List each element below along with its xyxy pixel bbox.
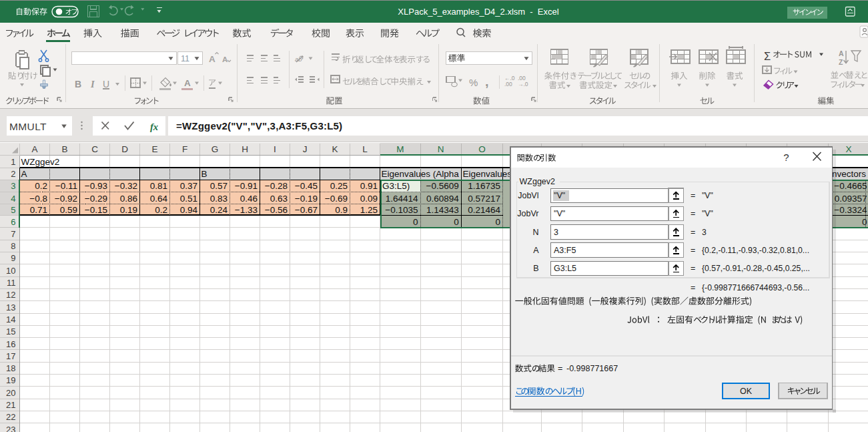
svg-text:−0.15: −0.15 [85, 205, 107, 215]
svg-text:3: 3 [554, 228, 558, 237]
svg-text:L: L [362, 144, 368, 154]
svg-text:12: 12 [6, 290, 15, 300]
svg-text:0.60894: 0.60894 [426, 194, 459, 204]
svg-text:0.09: 0.09 [360, 194, 378, 204]
svg-text:%: % [469, 77, 478, 88]
svg-text:A: A [31, 144, 37, 154]
svg-text:A: A [839, 49, 844, 57]
svg-text:−0.29: −0.29 [85, 194, 107, 204]
svg-text:G: G [211, 144, 219, 154]
svg-text:K: K [332, 144, 338, 154]
svg-text:MMULT: MMULT [9, 121, 47, 132]
svg-text:A: A [222, 55, 228, 63]
svg-text:23: 23 [6, 425, 15, 432]
svg-text:"V": "V" [554, 209, 565, 218]
svg-text:0: 0 [495, 217, 500, 227]
svg-text:D: D [121, 144, 128, 154]
svg-text:{-0.998771666744693,-0.56...: {-0.998771666744693,-0.56... [702, 283, 809, 292]
svg-text:−0.92: −0.92 [55, 194, 77, 204]
svg-text:0.21464: 0.21464 [468, 205, 500, 215]
svg-text:B: B [201, 169, 207, 179]
svg-text:0.57: 0.57 [210, 181, 228, 191]
svg-text:0.2: 0.2 [35, 181, 47, 191]
svg-text:−0.45: −0.45 [295, 181, 318, 191]
svg-text:0.57217: 0.57217 [468, 194, 500, 204]
svg-text:WZggev2: WZggev2 [520, 177, 556, 186]
svg-text:2: 2 [11, 169, 15, 179]
svg-text:1.14343: 1.14343 [426, 205, 459, 215]
svg-text:−0.4665: −0.4665 [834, 181, 867, 191]
svg-text:{0.2,-0.11,-0.93,-0.32,0.81,0.: {0.2,-0.11,-0.93,-0.32,0.81,0... [702, 246, 809, 255]
svg-text:=: = [691, 191, 695, 200]
svg-text:0.59: 0.59 [60, 205, 77, 215]
svg-text:=: = [691, 228, 695, 237]
svg-text:.00: .00 [504, 81, 512, 87]
svg-text:E: E [151, 144, 157, 154]
svg-text:14: 14 [6, 314, 15, 325]
svg-text:−0.19: −0.19 [295, 194, 318, 204]
svg-text:−0.3324: −0.3324 [834, 205, 867, 215]
svg-text:5: 5 [11, 205, 15, 215]
svg-text:N: N [438, 144, 444, 154]
svg-text:B: B [533, 264, 538, 273]
svg-text:6: 6 [11, 217, 15, 227]
svg-text:A: A [184, 78, 191, 88]
svg-text:15: 15 [6, 327, 15, 337]
svg-text:WZggev2: WZggev2 [21, 157, 60, 167]
svg-text:Eigenvalues (Alpha: Eigenvalues (Alpha [382, 169, 460, 179]
svg-text:H: H [242, 144, 248, 154]
svg-text:A: A [209, 54, 215, 64]
svg-text:1.16735: 1.16735 [468, 181, 500, 191]
svg-text:0.09357: 0.09357 [835, 194, 867, 204]
svg-text:7: 7 [11, 229, 15, 239]
svg-text:=: = [691, 283, 695, 292]
svg-text:0.63: 0.63 [270, 194, 288, 204]
svg-text:M: M [396, 144, 404, 154]
svg-text:3: 3 [11, 181, 15, 191]
svg-text:9: 9 [11, 253, 15, 263]
svg-text:Σ: Σ [764, 50, 771, 62]
svg-text:=WZggev2("V","V",3,A3:F5,G3:L5: =WZggev2("V","V",3,A3:F5,G3:L5) [176, 120, 342, 132]
svg-text:0.9: 0.9 [335, 205, 348, 215]
svg-text:XLPack_5_examples_D4_2.xlsm -: XLPack_5_examples_D4_2.xlsm - Excel [398, 7, 558, 17]
svg-text:"V": "V" [702, 191, 713, 200]
svg-text:J: J [303, 144, 308, 154]
svg-text:JobVr: JobVr [517, 209, 538, 218]
svg-text:F: F [182, 144, 187, 154]
svg-text:3: 3 [702, 228, 707, 237]
svg-text:0.83: 0.83 [210, 194, 228, 204]
svg-text:13: 13 [6, 302, 15, 312]
svg-text:,: , [485, 74, 489, 89]
svg-text:−0.1035: −0.1035 [385, 205, 418, 215]
svg-text:Eigenvalues (: Eigenvalues ( [463, 169, 518, 179]
svg-text:−0.28: −0.28 [265, 181, 288, 191]
svg-text:OK: OK [740, 387, 753, 396]
svg-text:0.86: 0.86 [120, 194, 137, 204]
svg-text:A: A [21, 169, 27, 179]
svg-text:"V": "V" [554, 191, 565, 200]
svg-text:11: 11 [181, 54, 189, 63]
svg-text:G3:L5): G3:L5) [382, 181, 410, 191]
svg-text:18: 18 [6, 363, 15, 373]
svg-text:0.51: 0.51 [180, 194, 197, 204]
svg-text:21: 21 [6, 400, 15, 410]
svg-text:0.64: 0.64 [150, 194, 168, 204]
svg-text:20: 20 [6, 388, 15, 398]
svg-text:17: 17 [6, 351, 15, 361]
svg-text:?: ? [783, 152, 789, 163]
svg-text:G3:L5: G3:L5 [554, 264, 576, 273]
svg-text:{0.57,-0.91,-0.28,-0.45,0.25,.: {0.57,-0.91,-0.28,-0.45,0.25,... [702, 264, 810, 273]
svg-text:−0.91: −0.91 [235, 181, 258, 191]
svg-text:−0.67: −0.67 [295, 205, 318, 215]
svg-text:−0.32: −0.32 [115, 181, 137, 191]
svg-text:0: 0 [862, 217, 867, 227]
svg-text:22: 22 [6, 412, 15, 422]
svg-text:−0.5609: −0.5609 [426, 181, 459, 191]
svg-text:4: 4 [11, 194, 15, 204]
svg-text:"V": "V" [702, 209, 713, 218]
svg-text:16: 16 [6, 339, 15, 349]
svg-text:−0.69: −0.69 [325, 194, 348, 204]
svg-text:A3:F5: A3:F5 [554, 246, 576, 255]
svg-text:−1.33: −1.33 [235, 205, 258, 215]
svg-text:JobVl: JobVl [518, 191, 538, 200]
